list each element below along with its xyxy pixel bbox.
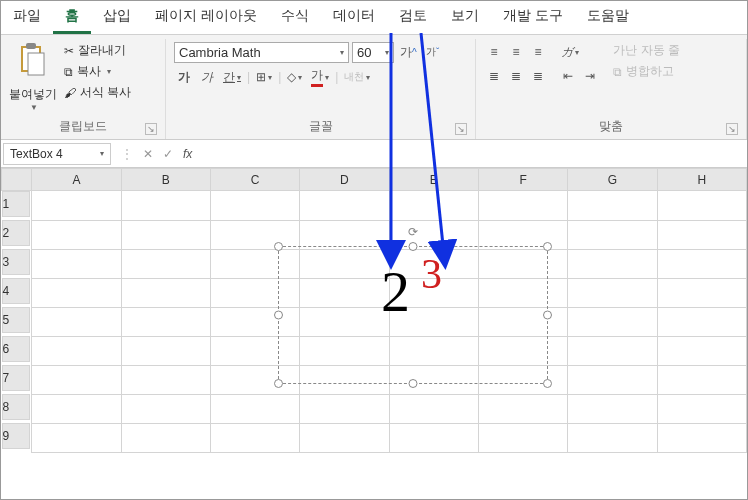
ribbon-tabs: 파일 홈 삽입 페이지 레이아웃 수식 데이터 검토 보기 개발 도구 도움말 [1, 1, 747, 35]
tab-formulas[interactable]: 수식 [269, 1, 321, 34]
tab-home[interactable]: 홈 [53, 1, 91, 34]
annotation-arrow [1, 33, 748, 433]
tab-insert[interactable]: 삽입 [91, 1, 143, 34]
tab-page-layout[interactable]: 페이지 레이아웃 [143, 1, 269, 34]
tab-help[interactable]: 도움말 [575, 1, 641, 34]
tab-review[interactable]: 검토 [387, 1, 439, 34]
tab-developer[interactable]: 개발 도구 [491, 1, 575, 34]
tab-file[interactable]: 파일 [1, 1, 53, 34]
svg-line-4 [421, 33, 444, 255]
tab-data[interactable]: 데이터 [321, 1, 387, 34]
worksheet-grid: A B C D E F G H 1 2 3 4 5 6 7 8 9 ⟳ 2 3 [1, 168, 747, 453]
tab-view[interactable]: 보기 [439, 1, 491, 34]
